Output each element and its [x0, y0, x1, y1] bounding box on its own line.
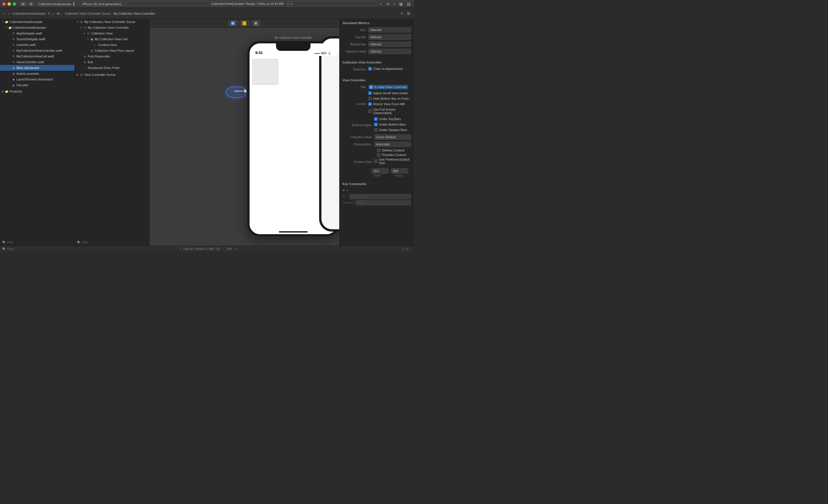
navigator-content: 📁 CollectionViewExample 📁 CollectionView… — [0, 19, 75, 239]
breadcrumb-scene[interactable]: Collection View Controller Scene — [65, 12, 111, 15]
scheme-selector[interactable]: CollectionViewExample ❯ — [36, 1, 78, 7]
tree-item-userinfo[interactable]: S UserInfo.swift — [0, 42, 75, 48]
outline-myvc-icon: ⊡ — [83, 26, 87, 30]
outline-collectionview[interactable]: ⊟ Collection View — [75, 31, 149, 36]
breadcrumb-m[interactable]: M... — [57, 12, 62, 15]
run-button[interactable]: ▶ — [20, 2, 27, 6]
height-stepper[interactable]: ⌃⌄ — [402, 170, 406, 172]
clear-on-appearance-checkbox[interactable] — [368, 67, 372, 71]
tree-item-myvc[interactable]: S MyCollectionViewController.swift — [0, 48, 75, 53]
tree-root-project[interactable]: 📁 CollectionViewExample — [0, 19, 75, 25]
outline-scene2[interactable]: ⊞ View Controller Scene — [75, 72, 149, 78]
add-editor-button[interactable]: ⊞ — [406, 10, 412, 16]
outline-entrypoint[interactable]: → Storyboard Entry Point — [75, 65, 149, 71]
presentation-control: Automatic ⌃⌄ — [374, 142, 411, 147]
storyboard-canvas[interactable]: My Collection View Controller 9:41 ▪▪▪▪▪… — [150, 28, 339, 246]
tree-group-collectionviewexample[interactable]: 📁 CollectionViewExample — [0, 25, 75, 31]
stop-button[interactable]: ■ — [28, 2, 34, 6]
editor-toolbar-btn-1[interactable]: ⊞ — [228, 20, 238, 26]
tree-item-mycell[interactable]: S MyCollectionViewCell.swift — [0, 53, 75, 59]
under-top-checkbox[interactable] — [374, 117, 377, 121]
wifi-icon: WiFi — [321, 52, 327, 55]
outline-exit[interactable]: ⊗ Exit — [75, 59, 149, 65]
outline-cell[interactable]: ▣ My Collection View Cell — [75, 36, 149, 42]
arrow-line — [234, 91, 246, 91]
topbar-select[interactable]: Inferred ⌃⌄ — [368, 35, 411, 40]
navigator-filter[interactable]: 🔍 Filter — [2, 241, 13, 244]
outline-scene1-icon: ⊞ — [79, 20, 83, 24]
key-cmd-action-row: Selected action — [342, 200, 411, 205]
status-text: CollectionViewExample: Ready — [211, 2, 255, 5]
outline-myvc[interactable]: ⊡ My Collection View Controller — [75, 25, 149, 31]
outline-contentview[interactable]: □ Content View — [75, 42, 149, 48]
tree-item-assets[interactable]: ◉ Assets.xcassets — [0, 71, 75, 77]
tree-item-viewcontroller[interactable]: S ViewController.swift — [0, 59, 75, 65]
forward-button[interactable]: › — [7, 10, 11, 16]
outline-label-myvc: My Collection View Controller — [88, 26, 129, 29]
debug-toggle[interactable]: ▦ — [398, 2, 404, 6]
key-cmd-action-field[interactable]: action — [355, 200, 411, 205]
editor-toolbar-btn-3[interactable]: ⊕ — [251, 20, 260, 26]
dimensions-labels-row: Width Height — [342, 174, 411, 177]
height-field[interactable]: 896 ⌃⌄ — [391, 168, 408, 174]
breadcrumb-vc[interactable]: My Collection View Controller — [114, 12, 155, 15]
under-opaque-checkbox[interactable] — [374, 128, 377, 132]
close-button[interactable] — [2, 2, 6, 6]
editor-toolbar-btn-2[interactable]: ☆ — [240, 20, 249, 26]
window-swap-button[interactable]: ⇄ — [385, 2, 391, 6]
inspector-toggle[interactable]: ▤ — [406, 2, 412, 6]
defines-context-checkbox[interactable] — [377, 148, 380, 152]
outline-firstresponder[interactable]: ⊕ First Responder — [75, 53, 149, 59]
minimize-button[interactable] — [7, 2, 11, 6]
device-selector[interactable]: iPhone SE (2nd generation) — [79, 1, 125, 7]
resize-nib-checkbox[interactable] — [368, 102, 372, 106]
navigator-toggle[interactable]: ▪ — [392, 2, 396, 6]
status-time: Today at 12:43 AM — [257, 2, 284, 5]
maximize-button[interactable] — [13, 2, 16, 6]
outline-flowlayout[interactable]: ⊞ Collection View Flow Layout — [75, 48, 149, 53]
width-field[interactable]: 414 ⌃⌄ — [371, 168, 389, 174]
tree-arrow-empty3 — [8, 43, 11, 47]
under-bottom-checkbox[interactable] — [374, 123, 377, 126]
key-commands-add-button[interactable]: + — [342, 188, 345, 192]
back-button[interactable]: ‹ — [2, 10, 6, 16]
zoom-in-button[interactable]: + — [234, 247, 236, 251]
zoom-out-button[interactable]: − — [222, 247, 224, 251]
size-control: Inferred ⌃⌄ — [368, 27, 411, 33]
is-initial-checkbox[interactable] — [369, 85, 373, 89]
adjust-scroll-checkbox[interactable] — [368, 91, 372, 95]
use-preferred-checkbox[interactable] — [374, 159, 377, 163]
outline-filter[interactable]: 🔍 Filter — [77, 241, 88, 244]
use-full-checkbox[interactable] — [368, 109, 372, 113]
editor-options-button[interactable]: ≡ — [399, 10, 405, 16]
outline-scene1[interactable]: ⊞ My Collection View Controller Scene — [75, 19, 149, 25]
tree-item-products[interactable]: 📁 Products — [0, 89, 75, 94]
extend-checkboxes: Under Top Bars Under Bottom Bars Under O… — [374, 117, 411, 133]
breadcrumb-collectionviewexample[interactable]: CollectionViewExample — [12, 12, 45, 15]
simulated-metrics-title: Simulated Metrics — [342, 21, 411, 25]
presentation-select[interactable]: Automatic ⌃⌄ — [374, 142, 411, 147]
export-icon[interactable]: ↓ — [410, 247, 412, 250]
scene-icon-orange: ☆ — [242, 21, 246, 25]
interface-style-select[interactable]: Inferred ⌃⌄ — [368, 49, 411, 54]
size-select[interactable]: Inferred ⌃⌄ — [368, 27, 411, 33]
transition-select[interactable]: Cover Vertical ⌃⌄ — [374, 134, 411, 140]
bottombar-select[interactable]: Inferred ⌃⌄ — [368, 42, 411, 47]
tree-item-launchscreen[interactable]: ■ LaunchScreen.storyboard — [0, 77, 75, 82]
tree-item-appdelegate[interactable]: S AppDelegate.swift — [0, 31, 75, 36]
outline-label-exit: Exit — [88, 60, 93, 64]
add-tab-button[interactable]: + — [379, 2, 383, 6]
use-full-label: Use Full Screen (Deprecated) — [373, 108, 411, 114]
breadcrumb-c[interactable]: C...› — [48, 12, 54, 15]
tree-item-scenedelegate[interactable]: S SceneDelegate.swift — [0, 36, 75, 42]
view-as-label: View as: iPhone 11 (⌘C ↑R) — [183, 247, 220, 250]
tree-item-infoplist[interactable]: ◈ Info.plist — [0, 82, 75, 88]
provides-context-checkbox[interactable] — [377, 153, 380, 156]
key-commands-remove-button[interactable]: − — [346, 188, 348, 192]
fit-width-icon[interactable]: ⊞ — [406, 247, 409, 250]
fit-icon[interactable]: ⊡ — [402, 247, 405, 250]
hide-bottom-checkbox[interactable] — [368, 97, 372, 100]
tree-item-mainstoryboard[interactable]: ■ Main.storyboard — [0, 65, 75, 71]
key-cmd-key-field[interactable]: Enter ⌘ Key — [349, 194, 411, 199]
width-stepper[interactable]: ⌃⌄ — [383, 170, 387, 172]
